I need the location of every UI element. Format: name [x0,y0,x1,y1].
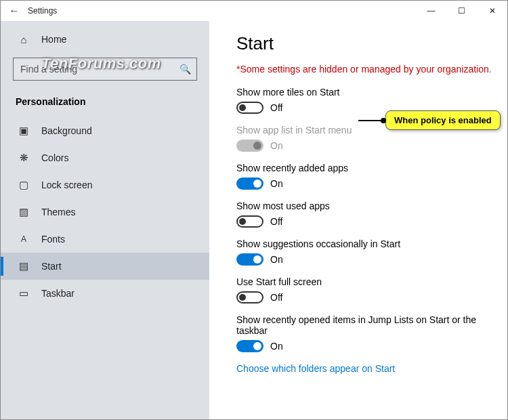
nav-item-label: Start [41,261,62,272]
toggle-show-more-tiles[interactable] [236,102,263,114]
window-controls: — ☐ ✕ [416,1,507,21]
search-icon: 🔍 [179,64,191,75]
nav-home[interactable]: ⌂ Home [1,26,209,52]
main-panel: Start *Some settings are hidden or manag… [209,21,507,419]
category-header: Personalization [1,90,209,113]
link-choose-folders[interactable]: Choose which folders appear on Start [236,363,495,374]
home-icon: ⌂ [16,34,32,45]
nav-item-label: Lock screen [41,180,92,190]
setting-recently-added: Show recently added apps On [236,163,495,190]
toggle-state: Off [270,292,282,303]
toggle-jump-lists[interactable] [236,340,263,352]
window-title: Settings [28,6,416,16]
sidebar: ⌂ Home TenForums.com 🔍 Personalization ▣… [1,21,209,419]
search-input[interactable] [19,63,179,75]
setting-show-app-list: Show app list in Start menu On [236,125,495,152]
start-icon: ▤ [16,260,32,272]
toggle-most-used[interactable] [236,215,263,228]
themes-icon: ▨ [16,206,32,218]
setting-label: Show more tiles on Start [236,87,495,98]
minimize-button[interactable]: — [416,1,446,21]
toggle-fullscreen[interactable] [236,291,263,303]
nav-item-label: Background [41,125,92,136]
nav-item-fonts[interactable]: A Fonts [1,226,209,253]
setting-label: Use Start full screen [236,276,495,287]
setting-label: Show recently added apps [236,163,495,173]
nav-item-lockscreen[interactable]: ▢ Lock screen [1,171,209,198]
close-button[interactable]: ✕ [477,1,507,21]
taskbar-icon: ▭ [16,287,32,299]
setting-label: Show most used apps [236,201,495,211]
setting-most-used: Show most used apps Off [236,201,495,228]
nav-item-taskbar[interactable]: ▭ Taskbar [1,280,209,307]
page-heading: Start [236,33,495,54]
toggle-state: On [270,178,283,189]
nav-item-label: Fonts [41,234,65,245]
nav-item-colors[interactable]: ❋ Colors [1,144,209,171]
setting-label: Show app list in Start menu [236,125,495,135]
toggle-state: On [270,140,283,151]
setting-suggestions: Show suggestions occasionally in Start O… [236,238,495,266]
nav-list: ▣ Background ❋ Colors ▢ Lock screen ▨ Th… [1,113,209,307]
toggle-suggestions[interactable] [236,253,263,266]
maximize-button[interactable]: ☐ [446,1,477,21]
nav-item-themes[interactable]: ▨ Themes [1,198,209,226]
nav-item-label: Colors [41,152,68,163]
nav-item-label: Taskbar [41,288,75,299]
toggle-state: On [270,254,283,265]
toggle-recently-added[interactable] [236,177,263,190]
fonts-icon: A [16,234,32,244]
setting-fullscreen: Use Start full screen Off [236,276,495,303]
background-icon: ▣ [16,125,32,137]
nav-item-start[interactable]: ▤ Start [1,253,209,280]
titlebar: ← Settings — ☐ ✕ [1,1,507,21]
colors-icon: ❋ [16,152,32,164]
toggle-state: Off [270,102,282,113]
search-box[interactable]: 🔍 [13,58,197,81]
nav-item-label: Themes [41,207,76,217]
toggle-show-app-list [236,140,263,152]
toggle-state: On [270,341,283,352]
setting-label: Show suggestions occasionally in Start [236,238,495,249]
back-button[interactable]: ← [1,5,28,17]
setting-jump-lists: Show recently opened items in Jump Lists… [236,314,495,352]
toggle-state: Off [270,216,282,227]
nav-home-label: Home [41,34,66,45]
setting-label: Show recently opened items in Jump Lists… [236,314,495,336]
nav-item-background[interactable]: ▣ Background [1,117,209,144]
callout-line [358,120,385,121]
setting-show-more-tiles: Show more tiles on Start Off [236,87,495,114]
settings-window: ← Settings — ☐ ✕ ⌂ Home TenForums.com 🔍 … [0,0,508,420]
lockscreen-icon: ▢ [16,179,32,191]
policy-note: *Some settings are hidden or managed by … [236,64,495,75]
